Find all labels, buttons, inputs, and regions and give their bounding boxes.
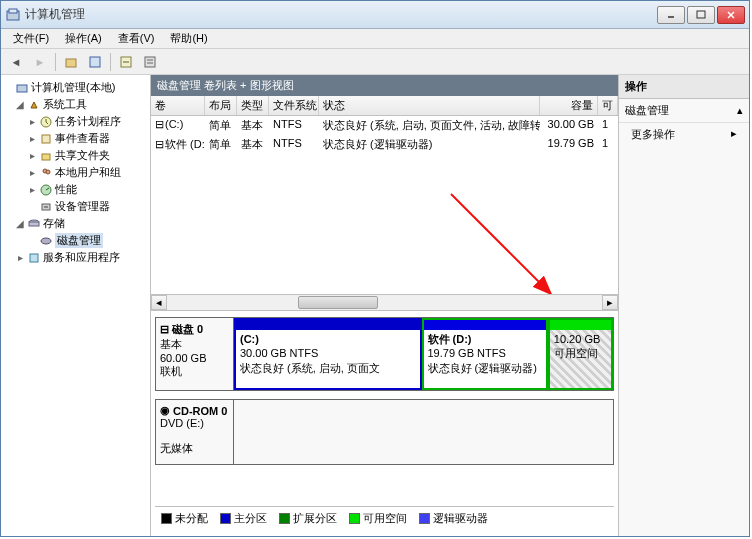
actions-pane: 操作 磁盘管理 ▴ 更多操作 ▸ [619,75,749,536]
legend-extended: 扩展分区 [279,511,337,526]
svg-line-28 [451,194,551,294]
table-row[interactable]: ⊟(C:) 简单 基本 NTFS 状态良好 (系统, 启动, 页面文件, 活动,… [151,116,618,135]
tree-local-users[interactable]: ▸本地用户和组 [3,164,148,181]
maximize-button[interactable] [687,6,715,24]
table-row[interactable]: ⊟软件 (D:) 简单 基本 NTFS 状态良好 (逻辑驱动器) 19.79 G… [151,135,618,154]
tree-root[interactable]: 计算机管理(本地) [3,79,148,96]
disk-0-row[interactable]: ⊟磁盘 0 基本 60.00 GB 联机 (C:) 30.00 GB NTFS … [155,317,614,391]
scroll-left-button[interactable]: ◂ [151,295,167,310]
window-title: 计算机管理 [25,6,657,23]
toolbar-icon-2[interactable] [84,51,106,73]
svg-rect-27 [30,254,38,262]
tree-storage[interactable]: ◢存储 [3,215,148,232]
menubar: 文件(F) 操作(A) 查看(V) 帮助(H) [1,29,749,49]
table-scroll-area: ◂ ▸ [151,154,618,310]
actions-header: 操作 [619,75,749,99]
cdrom-icon: ◉ [160,404,170,417]
disk-layout-pane: ⊟磁盘 0 基本 60.00 GB 联机 (C:) 30.00 GB NTFS … [151,310,618,536]
toolbar: ◄ ► [1,49,749,75]
legend: 未分配 主分区 扩展分区 可用空间 逻辑驱动器 [155,506,614,530]
col-free[interactable]: 可 [598,96,618,115]
col-fs[interactable]: 文件系统 [269,96,319,115]
legend-unallocated: 未分配 [161,511,208,526]
menu-help[interactable]: 帮助(H) [162,31,215,46]
legend-logical: 逻辑驱动器 [419,511,488,526]
col-capacity[interactable]: 容量 [540,96,598,115]
legend-primary: 主分区 [220,511,267,526]
tree-event-viewer[interactable]: ▸事件查看器 [3,130,148,147]
svg-rect-3 [697,11,705,18]
toolbar-icon-1[interactable] [60,51,82,73]
collapse-icon[interactable]: ▴ [737,104,743,117]
col-type[interactable]: 类型 [237,96,269,115]
navigation-tree[interactable]: 计算机管理(本地) ◢系统工具 ▸任务计划程序 ▸事件查看器 ▸共享文件夹 ▸本… [1,75,151,536]
svg-rect-6 [66,59,76,67]
scroll-thumb[interactable] [298,296,378,309]
tree-task-scheduler[interactable]: ▸任务计划程序 [3,113,148,130]
close-button[interactable] [717,6,745,24]
svg-rect-16 [42,135,50,143]
actions-disk-mgmt[interactable]: 磁盘管理 ▴ [619,99,749,123]
scroll-right-button[interactable]: ▸ [602,295,618,310]
menu-view[interactable]: 查看(V) [110,31,163,46]
annotation-arrow [151,154,591,310]
table-header[interactable]: 卷 布局 类型 文件系统 状态 容量 可 [151,96,618,116]
cdrom-row[interactable]: ◉CD-ROM 0 DVD (E:) 无媒体 [155,399,614,465]
forward-button[interactable]: ► [29,51,51,73]
tree-shared-folders[interactable]: ▸共享文件夹 [3,147,148,164]
svg-rect-25 [29,222,39,226]
toolbar-refresh-icon[interactable] [115,51,137,73]
actions-more[interactable]: 更多操作 ▸ [619,123,749,146]
svg-rect-9 [145,57,155,67]
disk-0-info: ⊟磁盘 0 基本 60.00 GB 联机 [156,318,234,390]
back-button[interactable]: ◄ [5,51,27,73]
disk-mgmt-header: 磁盘管理 卷列表 + 图形视图 [151,75,618,96]
partition-d[interactable]: 软件 (D:) 19.79 GB NTFS 状态良好 (逻辑驱动器) [422,318,548,390]
tree-services-apps[interactable]: ▸服务和应用程序 [3,249,148,266]
tree-system-tools[interactable]: ◢系统工具 [3,96,148,113]
svg-rect-7 [90,57,100,67]
col-layout[interactable]: 布局 [205,96,237,115]
tree-disk-management[interactable]: 磁盘管理 [3,232,148,249]
svg-point-26 [41,238,51,244]
col-status[interactable]: 状态 [319,96,540,115]
legend-free: 可用空间 [349,511,407,526]
chevron-right-icon: ▸ [731,127,737,140]
partition-free[interactable]: 10.20 GB 可用空间 [548,318,613,390]
toolbar-list-icon[interactable] [139,51,161,73]
volume-table: 卷 布局 类型 文件系统 状态 容量 可 ⊟(C:) 简单 基本 NTFS 状态… [151,96,618,154]
minimize-button[interactable] [657,6,685,24]
horizontal-scrollbar[interactable]: ◂ ▸ [151,294,618,310]
tree-performance[interactable]: ▸性能 [3,181,148,198]
titlebar: 计算机管理 [1,1,749,29]
svg-rect-23 [44,206,48,208]
svg-rect-17 [42,154,50,160]
partition-c[interactable]: (C:) 30.00 GB NTFS 状态良好 (系统, 启动, 页面文 [234,318,422,390]
disk-icon: ⊟ [160,323,169,336]
svg-rect-1 [9,9,17,13]
svg-point-19 [46,170,50,174]
menu-action[interactable]: 操作(A) [57,31,110,46]
col-volume[interactable]: 卷 [151,96,205,115]
cdrom-info: ◉CD-ROM 0 DVD (E:) 无媒体 [156,400,234,464]
center-pane: 磁盘管理 卷列表 + 图形视图 卷 布局 类型 文件系统 状态 容量 可 ⊟(C… [151,75,619,536]
menu-file[interactable]: 文件(F) [5,31,57,46]
tree-device-manager[interactable]: 设备管理器 [3,198,148,215]
app-icon [5,7,21,23]
svg-rect-12 [17,85,27,92]
